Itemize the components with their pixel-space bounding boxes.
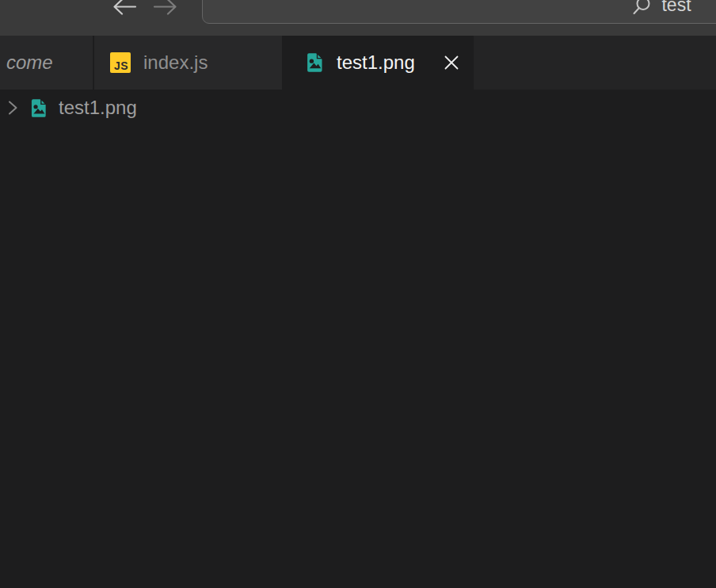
js-icon-letters: JS [114,60,128,71]
back-arrow-icon[interactable] [111,0,138,18]
tab-welcome[interactable]: come [0,36,94,90]
breadcrumb-item-test1-png[interactable]: test1.png [59,97,137,119]
search-icon [631,0,652,17]
image-file-icon [29,98,48,118]
tabbar-empty-space [474,36,716,90]
tab-test1-png[interactable]: test1.png [284,36,474,90]
close-icon [443,54,460,71]
editor-content-area[interactable] [0,126,716,588]
command-center-query: test [661,0,691,24]
titlebar: test [0,0,716,36]
chevron-right-icon [4,99,21,116]
close-tab-button[interactable] [442,53,461,72]
tab-index-js[interactable]: JS index.js [94,36,284,90]
forward-arrow-icon[interactable] [152,0,179,18]
javascript-file-icon: JS [110,52,131,73]
breadcrumbs: test1.png [0,90,716,126]
tab-welcome-label: come [6,52,53,74]
tab-bar: come JS index.js test1.png [0,36,716,90]
tab-index-js-label: index.js [143,52,208,74]
command-center-search[interactable]: test [202,0,716,24]
tab-test1-png-label: test1.png [337,52,415,74]
image-file-icon [304,52,325,73]
